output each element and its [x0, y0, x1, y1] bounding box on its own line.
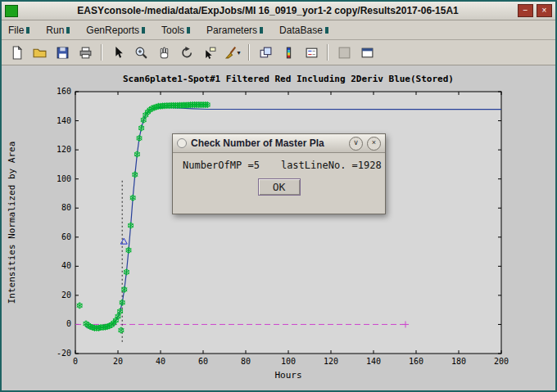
dock-figure-button[interactable] [356, 42, 378, 63]
figure-area: 020406080100120140160180200-200204060801… [2, 65, 555, 392]
y-tick-label: 80 [61, 203, 71, 212]
minimize-button[interactable]: − [518, 4, 533, 17]
dialog-message-numberofmp: NumberOfMP =5 [183, 160, 260, 171]
app-window: EASYconsole-/media/data/ExpJobs/MI 16_09… [0, 0, 557, 392]
menu-bar: File Run GenReports Tools Parameters Dat… [2, 20, 555, 40]
rotate-icon [180, 46, 194, 60]
hand-icon [157, 46, 171, 60]
x-tick-label: 0 [73, 357, 78, 366]
menu-file[interactable]: File [8, 25, 29, 36]
chart-title: Scan6plate1-Spot#1 Filtered Red Includin… [123, 74, 454, 84]
menu-genreports[interactable]: GenReports [86, 25, 145, 36]
new-figure-button[interactable] [6, 42, 27, 63]
window-title: EASYconsole-/media/data/ExpJobs/MI 16_09… [21, 5, 514, 16]
x-tick-label: 20 [113, 357, 123, 366]
menu-genreports-label: GenReports [86, 25, 139, 36]
figure-toolbar: ▾ [2, 40, 555, 65]
dock-window-icon [360, 46, 374, 60]
dialog-message-lastlineno: lastLineNo. =1928 [281, 160, 382, 171]
x-tick-label: 160 [409, 357, 423, 366]
y-tick-label: 120 [57, 145, 71, 154]
print-figure-button[interactable] [75, 42, 96, 63]
menu-run[interactable]: Run [46, 25, 70, 36]
check-master-plate-dialog: Check Number of Master Pla ∨ × NumberOfM… [172, 133, 386, 214]
menu-tools[interactable]: Tools [161, 25, 190, 36]
rotate-3d-button[interactable] [176, 42, 197, 63]
edit-plot-button[interactable] [107, 42, 129, 63]
plot-canvas[interactable]: 020406080100120140160180200-200204060801… [2, 65, 555, 392]
dialog-body: NumberOfMP =5 lastLineNo. =1928 OK [173, 153, 385, 196]
y-axis-label: Intensities Normalized by Area [7, 142, 17, 304]
pan-button[interactable] [153, 42, 174, 63]
y-tick-label: 60 [61, 232, 71, 241]
x-axis-label: Hours [274, 370, 301, 381]
menu-database[interactable]: DataBase [279, 25, 328, 36]
y-tick-label: 100 [57, 174, 71, 183]
zoom-in-icon [134, 46, 148, 60]
dialog-titlebar[interactable]: Check Number of Master Pla ∨ × [173, 134, 385, 153]
x-tick-label: 120 [324, 357, 338, 366]
x-tick-label: 180 [451, 357, 466, 366]
menu-flag-icon [142, 27, 145, 34]
colorbar-icon [282, 46, 296, 60]
y-tick-label: -20 [57, 349, 71, 358]
toolbar-separator [248, 44, 250, 61]
zoom-in-button[interactable] [130, 42, 152, 63]
new-figure-icon [10, 46, 24, 60]
menu-tools-label: Tools [161, 25, 184, 36]
floppy-disk-icon [56, 46, 70, 60]
data-cursor-button[interactable] [199, 42, 220, 63]
menu-flag-icon [187, 27, 190, 34]
menu-parameters[interactable]: Parameters [206, 25, 263, 36]
x-tick-label: 80 [241, 357, 251, 366]
ok-button[interactable]: OK [258, 178, 301, 196]
x-tick-label: 60 [198, 357, 208, 366]
menu-flag-icon [66, 27, 70, 34]
axes-box [75, 92, 501, 354]
printer-icon [79, 46, 93, 60]
y-tick-label: 40 [61, 261, 71, 270]
x-tick-label: 40 [156, 357, 165, 366]
insert-legend-button[interactable] [301, 42, 322, 63]
toolbar-separator [101, 44, 102, 61]
toolbar-separator [327, 44, 328, 61]
window-titlebar: EASYconsole-/media/data/ExpJobs/MI 16_09… [2, 2, 555, 20]
open-file-button[interactable] [29, 42, 50, 63]
menu-flag-icon [260, 27, 263, 34]
x-tick-label: 100 [281, 357, 296, 366]
menu-flag-icon [26, 27, 29, 34]
dialog-title: Check Number of Master Pla [191, 137, 345, 149]
menu-file-label: File [8, 25, 24, 36]
menu-parameters-label: Parameters [206, 25, 257, 36]
save-figure-button[interactable] [52, 42, 73, 63]
blank-toolbar-button[interactable] [333, 42, 355, 63]
dialog-message: NumberOfMP =5 lastLineNo. =1928 [183, 160, 375, 171]
insert-colorbar-button[interactable] [278, 42, 299, 63]
menu-flag-icon [325, 27, 328, 34]
dialog-close-button[interactable]: × [367, 137, 381, 151]
y-tick-label: 140 [57, 116, 71, 125]
x-tick-label: 140 [366, 357, 381, 366]
link-plot-button[interactable] [255, 42, 276, 63]
brush-dropdown-icon[interactable]: ▾ [237, 49, 240, 56]
dialog-app-icon [177, 138, 187, 148]
dialog-collapse-button[interactable]: ∨ [349, 137, 363, 151]
x-tick-label: 200 [494, 357, 509, 366]
window-menu-icon[interactable] [5, 5, 18, 17]
arrow-cursor-icon [111, 46, 125, 60]
y-tick-label: 20 [61, 291, 71, 300]
link-plot-icon [259, 46, 273, 60]
y-tick-label: 160 [57, 87, 71, 96]
legend-icon [305, 46, 319, 60]
data-cursor-icon [203, 46, 217, 60]
y-tick-label: 0 [66, 319, 71, 328]
open-folder-icon [33, 46, 47, 60]
menu-run-label: Run [46, 25, 64, 36]
blank-square-icon [337, 46, 351, 60]
close-button[interactable]: × [537, 4, 552, 17]
brush-button[interactable]: ▾ [222, 42, 243, 63]
menu-database-label: DataBase [279, 25, 323, 36]
